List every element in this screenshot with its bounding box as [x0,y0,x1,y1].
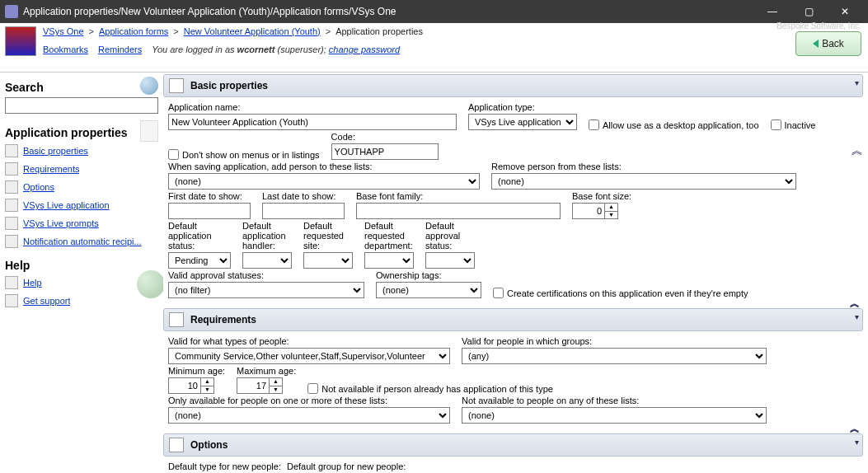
search-ball-icon [140,77,158,95]
dont-show-check[interactable]: Don't show on menus or in listings [168,149,320,160]
app-props-heading: Application properties [5,126,140,139]
not-lists-select[interactable]: (none) [462,407,767,424]
create-cert-check[interactable]: Create certifications on this applicatio… [493,288,748,298]
section-options-header[interactable]: Options ▾ [163,433,863,457]
min-age-spin[interactable]: ▲▼ [168,377,225,394]
close-button[interactable]: ✕ [827,0,863,23]
sidebar-item-basic[interactable]: Basic properties [23,146,88,156]
back-button[interactable]: Back [795,31,861,56]
logged-in-text: You are logged in as wcornett (superuser… [152,44,400,54]
reminders-link[interactable]: Reminders [98,44,142,54]
change-password-link[interactable]: change password [329,44,400,54]
first-date-input[interactable] [168,203,251,219]
sidebar-item-options[interactable]: Options [23,182,54,192]
clipboard-icon [169,438,184,452]
base-font-family-input[interactable] [356,203,561,219]
chevron-up-icon[interactable]: ▲ [605,204,617,212]
header: VSys One > Application forms > New Volun… [0,23,868,73]
valid-approval-select[interactable]: (no filter) [168,282,364,298]
list-icon [5,180,18,194]
chevron-down-icon[interactable]: ▼ [605,212,617,219]
list-icon [5,144,18,157]
allow-desktop-check[interactable]: Allow use as a desktop application, too [589,119,759,130]
types-select[interactable]: Community Service,Other volunteer,Staff,… [168,348,450,364]
search-heading: Search [5,81,140,94]
breadcrumb-app[interactable]: New Volunteer Application (Youth) [184,26,321,36]
groups-select[interactable]: (any) [462,348,767,364]
back-arrow-icon [813,40,819,48]
remove-lists-select[interactable]: (none) [491,173,796,190]
chevron-up-icon[interactable]: ▲ [201,378,213,386]
page-icon [140,120,158,142]
ownership-select[interactable]: (none) [376,282,481,298]
search-input[interactable] [5,97,158,114]
breadcrumb-vsys[interactable]: VSys One [43,26,84,36]
support-icon [5,294,18,307]
chevron-up-icon[interactable]: ▲ [270,378,282,386]
collapse-icon[interactable]: ▾ [855,438,859,447]
section-basic-header[interactable]: Basic properties ▾ [163,74,863,97]
clipboard-icon [169,78,184,93]
brand-text: Bespoke Software, Inc. [777,21,861,30]
sidebar-item-live-prompts[interactable]: VSys Live prompts [23,218,99,228]
app-type-select[interactable]: VSys Live application [468,114,577,130]
sidebar-item-notification[interactable]: Notification automatic recipi... [23,236,142,246]
sidebar-item-help[interactable]: Help [23,278,42,288]
content-area: ︽ Basic properties ▾ Application name: A… [163,73,868,473]
list-icon [5,217,18,230]
chevron-down-icon[interactable]: ▼ [201,386,213,394]
title-bar: Application properties/New Volunteer App… [0,0,868,23]
minimize-button[interactable]: — [754,0,791,23]
only-lists-select[interactable]: (none) [168,407,450,424]
code-input[interactable] [331,143,439,160]
sidebar-item-support[interactable]: Get support [23,296,70,306]
def-approval-select[interactable] [425,252,475,269]
chevron-down-icon[interactable]: ▼ [270,386,282,394]
app-name-input[interactable] [168,114,457,130]
add-lists-select[interactable]: (none) [168,173,480,190]
scroll-top-icon[interactable]: ︽ [852,143,863,158]
collapse-icon[interactable]: ▾ [855,312,859,321]
breadcrumb-current: Application properties [335,26,423,36]
breadcrumb: VSys One > Application forms > New Volun… [43,26,863,36]
help-ball-icon [137,270,163,298]
list-icon [5,235,18,248]
max-age-spin[interactable]: ▲▼ [237,377,296,394]
bookmarks-link[interactable]: Bookmarks [43,44,88,54]
window-title: Application properties/New Volunteer App… [23,6,754,17]
help-icon [5,276,18,289]
logo-icon [5,26,36,56]
breadcrumb-forms[interactable]: Application forms [99,26,168,36]
sidebar-item-requirements[interactable]: Requirements [23,164,79,174]
maximize-button[interactable]: ▢ [791,0,827,23]
help-heading: Help [5,259,158,272]
def-status-select[interactable]: Pending [168,252,231,269]
base-font-size-spin[interactable]: ▲▼ [572,203,631,219]
def-site-select[interactable] [303,252,353,269]
clipboard-icon [169,312,184,327]
def-dept-select[interactable] [364,252,414,269]
collapse-icon[interactable]: ▾ [855,78,859,87]
app-icon [5,5,18,18]
def-handler-select[interactable] [242,252,292,269]
section-requirements-header[interactable]: Requirements ▾ [163,308,863,331]
list-icon [5,199,18,212]
list-icon [5,162,18,176]
not-avail-check[interactable]: Not available if person already has appl… [307,383,553,394]
sidebar: Search Application properties Basic prop… [0,73,163,473]
inactive-check[interactable]: Inactive [771,119,816,130]
last-date-input[interactable] [262,203,345,219]
sidebar-item-live-app[interactable]: VSys Live application [23,200,110,210]
